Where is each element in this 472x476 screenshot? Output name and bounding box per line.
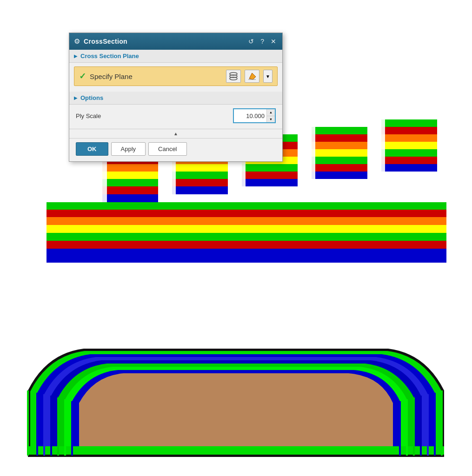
svg-marker-25	[242, 164, 298, 172]
svg-marker-31	[312, 172, 367, 179]
gear-icon: ⚙	[74, 37, 80, 46]
plane-draw-button[interactable]	[245, 70, 259, 83]
apply-button[interactable]: Apply	[111, 142, 146, 156]
svg-marker-34	[312, 149, 367, 157]
plane-select-button[interactable]	[226, 70, 241, 83]
svg-marker-37	[312, 127, 367, 134]
svg-marker-2	[47, 233, 446, 241]
close-button[interactable]: ✕	[269, 37, 278, 46]
svg-marker-33	[312, 157, 367, 164]
svg-marker-11	[102, 164, 158, 172]
svg-marker-15	[172, 186, 228, 194]
svg-marker-39	[381, 164, 437, 172]
svg-marker-16	[172, 179, 228, 186]
svg-marker-10	[102, 172, 158, 179]
ply-scale-spinner: ▲ ▼	[233, 108, 276, 123]
ply-scale-label: Ply Scale	[76, 112, 233, 119]
draw-plane-icon	[247, 72, 257, 80]
svg-marker-36	[312, 134, 367, 142]
specify-plane-row: ✓ Specify Plane ▼	[74, 66, 278, 86]
options-collapse-arrow-icon: ▶	[74, 95, 78, 100]
spinner-buttons: ▲ ▼	[266, 109, 275, 122]
svg-marker-47	[47, 258, 446, 263]
ply-scale-input[interactable]	[234, 109, 266, 122]
svg-marker-41	[381, 149, 437, 157]
layers-icon	[229, 72, 238, 80]
svg-marker-9	[102, 179, 158, 186]
svg-rect-48	[28, 446, 444, 456]
specify-plane-label: Specify Plane	[90, 73, 222, 80]
options-header: ▶ Options	[69, 92, 282, 105]
svg-marker-40	[381, 157, 437, 164]
svg-marker-6	[47, 202, 446, 210]
separator-arrow-icon: ▲	[173, 131, 178, 136]
dialog-title: CrossSection	[84, 38, 243, 45]
spin-up-button[interactable]: ▲	[266, 109, 275, 116]
button-row: OK Apply Cancel	[69, 138, 282, 161]
svg-marker-18	[172, 164, 228, 172]
dialog-titlebar: ⚙ CrossSection ↺ ? ✕	[69, 33, 282, 50]
svg-marker-24	[242, 172, 298, 179]
ply-scale-row: Ply Scale ▲ ▼	[69, 105, 282, 127]
svg-marker-32	[312, 164, 367, 172]
svg-marker-45	[381, 119, 437, 127]
svg-marker-43	[381, 134, 437, 142]
options-section: ▶ Options Ply Scale ▲ ▼	[69, 90, 282, 129]
svg-marker-17	[172, 172, 228, 179]
svg-marker-23	[242, 179, 298, 186]
svg-marker-44	[381, 127, 437, 134]
cross-section-plane-header: ▶ Cross Section Plane	[69, 50, 282, 63]
svg-marker-38	[309, 126, 315, 179]
options-title: Options	[80, 94, 103, 101]
ok-button[interactable]: OK	[76, 142, 108, 156]
dialog-body: ▶ Cross Section Plane ✓ Specify Plane	[69, 50, 282, 161]
crosssection-dialog: ⚙ CrossSection ↺ ? ✕ ▶ Cross Section Pla…	[69, 33, 283, 162]
collapse-arrow-icon: ▶	[74, 53, 78, 59]
svg-marker-46	[379, 118, 385, 172]
svg-marker-0	[47, 249, 446, 258]
svg-marker-5	[47, 210, 446, 217]
spin-down-button[interactable]: ▼	[266, 116, 275, 123]
checkmark-icon: ✓	[79, 71, 86, 81]
cross-section-plane-title: Cross Section Plane	[80, 53, 139, 60]
svg-marker-42	[381, 142, 437, 149]
bottom-visualization	[0, 298, 472, 465]
plane-dropdown-button[interactable]: ▼	[263, 70, 273, 83]
cancel-button[interactable]: Cancel	[148, 142, 186, 156]
svg-marker-7	[102, 194, 158, 202]
svg-marker-4	[47, 217, 446, 225]
svg-marker-1	[47, 241, 446, 249]
svg-rect-49	[28, 455, 444, 457]
title-icon-group: ↺ ? ✕	[247, 37, 278, 46]
help-button[interactable]: ?	[259, 37, 266, 46]
separator: ▲	[69, 129, 282, 138]
svg-marker-3	[47, 225, 446, 233]
reset-button[interactable]: ↺	[247, 37, 255, 46]
svg-marker-8	[102, 186, 158, 194]
svg-marker-53	[249, 73, 256, 79]
svg-marker-35	[312, 142, 367, 149]
